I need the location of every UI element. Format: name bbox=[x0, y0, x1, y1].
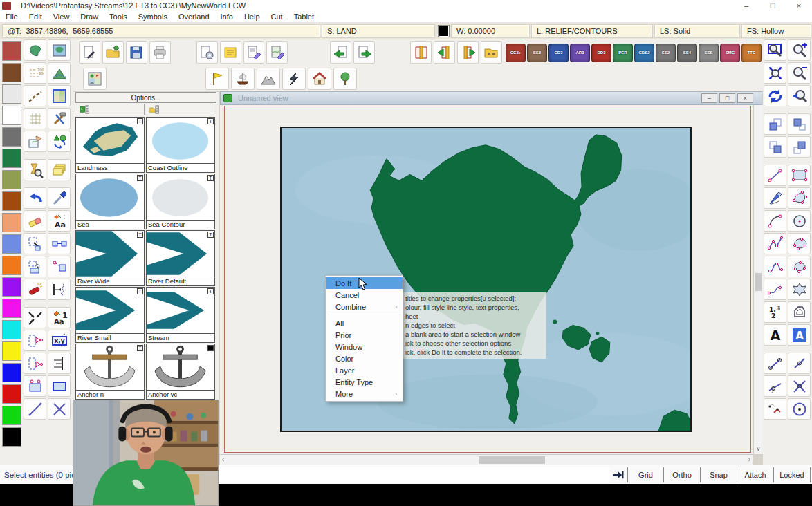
layer-indicator[interactable]: L: RELIEF/CONTOURS bbox=[532, 25, 652, 37]
edit-map-notes[interactable] bbox=[266, 41, 288, 64]
catalog-cc3plus[interactable]: CC3+ bbox=[506, 44, 526, 62]
color-swatch-5[interactable] bbox=[2, 149, 21, 168]
restore-button[interactable]: □ bbox=[759, 0, 786, 11]
symbol-anchor-n[interactable]: TAnchor n bbox=[75, 344, 145, 400]
menu-info[interactable]: Info bbox=[215, 12, 239, 21]
command-input[interactable] bbox=[214, 467, 609, 482]
current-color-swatch[interactable] bbox=[439, 26, 449, 37]
color-swatch-17[interactable] bbox=[2, 406, 21, 425]
color-swatch-14[interactable] bbox=[2, 341, 21, 361]
catalog-ss2[interactable]: SS2 bbox=[656, 44, 676, 62]
landmass-tool[interactable] bbox=[24, 39, 46, 61]
context-item-window[interactable]: Window bbox=[326, 341, 403, 353]
horizontal-scrollbar[interactable]: ‹ › bbox=[220, 454, 753, 465]
color-swatch-12[interactable] bbox=[2, 299, 21, 318]
xy-tool[interactable]: x,y bbox=[48, 330, 71, 351]
symbol-swap-tool[interactable] bbox=[48, 131, 71, 152]
close-button[interactable]: × bbox=[786, 0, 812, 11]
map-window-tool[interactable] bbox=[48, 85, 71, 106]
order-front-tool[interactable] bbox=[764, 113, 786, 135]
symbol-stream[interactable]: TStream bbox=[146, 287, 215, 343]
context-item-entity-type[interactable]: Entity Type bbox=[326, 376, 403, 388]
symbol-river-wide[interactable]: TRiver Wide bbox=[75, 230, 145, 286]
symbol-corner-toggle[interactable]: T bbox=[137, 232, 143, 238]
catalog-ss3[interactable]: SS3 bbox=[527, 44, 547, 62]
catalog-ttc[interactable]: TTC bbox=[741, 44, 762, 62]
dynamite-tool[interactable] bbox=[24, 279, 46, 300]
insert-file[interactable] bbox=[330, 41, 351, 64]
explode-left-tool[interactable] bbox=[24, 330, 46, 351]
symbol-landmass[interactable]: TLandmass bbox=[75, 117, 145, 173]
color-swatch-1[interactable] bbox=[2, 63, 21, 82]
scroll-right-icon[interactable]: › bbox=[748, 456, 750, 463]
catalog-folder[interactable] bbox=[481, 41, 502, 64]
symbol-corner-toggle[interactable]: T bbox=[207, 288, 214, 294]
save-drawing[interactable] bbox=[126, 41, 147, 64]
view-restore-button[interactable]: □ bbox=[719, 93, 735, 103]
horizontal-scrollbar-thumb[interactable] bbox=[479, 456, 545, 464]
command-arrow-icon[interactable] bbox=[609, 467, 627, 482]
context-item-layer[interactable]: Layer bbox=[326, 364, 403, 376]
grid-tool[interactable] bbox=[24, 108, 46, 129]
toggle-grid[interactable]: Grid bbox=[627, 467, 664, 482]
catalog-per[interactable]: PER bbox=[613, 44, 633, 62]
minimize-button[interactable]: – bbox=[733, 0, 759, 11]
menu-symbols[interactable]: Symbols bbox=[133, 12, 173, 21]
star-tool[interactable] bbox=[788, 279, 811, 300]
toggle-snap[interactable]: Snap bbox=[701, 467, 737, 482]
catalog-ss4[interactable]: SS4 bbox=[677, 44, 697, 62]
undo-tool[interactable] bbox=[24, 187, 46, 209]
segment-tool[interactable] bbox=[764, 165, 786, 186]
text-selected-tool[interactable]: A bbox=[788, 324, 811, 346]
world-tool[interactable] bbox=[48, 39, 71, 61]
symbol-seacontour[interactable]: TSea Contour bbox=[146, 174, 215, 229]
midpoint-line-tool[interactable] bbox=[788, 353, 811, 374]
context-item-all[interactable]: All bbox=[326, 317, 403, 329]
symbol-anchor-vc[interactable]: Anchor vc bbox=[146, 344, 215, 400]
toggle-attach[interactable]: Attach bbox=[737, 467, 774, 482]
color-swatch-11[interactable] bbox=[2, 277, 21, 297]
catalog-ar3[interactable]: AR3 bbox=[570, 44, 590, 62]
symbol-count-tool[interactable]: Aa1 bbox=[48, 307, 71, 328]
print[interactable] bbox=[149, 41, 171, 64]
fill-style-indicator[interactable]: FS: Hollow bbox=[742, 25, 811, 37]
color-swatch-6[interactable] bbox=[2, 170, 21, 189]
menu-tools[interactable]: Tools bbox=[104, 12, 133, 21]
color-swatch-7[interactable] bbox=[2, 191, 21, 211]
color-swatch-9[interactable] bbox=[2, 234, 21, 254]
context-item-cancel[interactable]: Cancel bbox=[326, 289, 403, 301]
symbol-corner-toggle[interactable]: T bbox=[207, 118, 214, 124]
rect-pins-tool[interactable] bbox=[24, 375, 46, 397]
menu-overland[interactable]: Overland bbox=[173, 12, 215, 21]
edit-properties[interactable] bbox=[243, 41, 265, 64]
select-copy-tool[interactable] bbox=[24, 233, 46, 254]
hourglass-search-tool[interactable] bbox=[24, 159, 46, 180]
blob-tool[interactable] bbox=[788, 256, 811, 277]
color-swatch-15[interactable] bbox=[2, 363, 21, 382]
color-swatch-10[interactable] bbox=[2, 256, 21, 275]
text-notes[interactable] bbox=[220, 41, 241, 64]
symbol-corner-toggle[interactable]: T bbox=[137, 345, 143, 351]
toggle-ortho[interactable]: Ortho bbox=[664, 467, 701, 482]
order-back-tool[interactable] bbox=[788, 113, 811, 135]
spline-tool[interactable] bbox=[764, 256, 786, 277]
squiggle-tool[interactable] bbox=[764, 279, 786, 300]
context-item-combine[interactable]: Combine› bbox=[326, 301, 403, 312]
contours-tool[interactable]: 700800 bbox=[24, 62, 46, 84]
dashed-path-tool[interactable] bbox=[24, 85, 46, 106]
scroll-left-icon[interactable]: ‹ bbox=[222, 456, 224, 463]
catalog-grid[interactable] bbox=[83, 68, 107, 90]
flag-symbol[interactable] bbox=[205, 68, 229, 90]
view-window-titlebar[interactable]: Unnamed view – □ × bbox=[220, 91, 762, 105]
cross-tool[interactable] bbox=[48, 398, 71, 420]
catalog-next[interactable] bbox=[457, 41, 479, 64]
copy-tool[interactable] bbox=[24, 256, 46, 277]
catalog-cd3[interactable]: CD3 bbox=[548, 44, 569, 62]
break-tool[interactable] bbox=[48, 279, 71, 300]
zoom-window-tool[interactable] bbox=[764, 39, 786, 61]
catalog-prev[interactable] bbox=[434, 41, 455, 64]
menu-edit[interactable]: Edit bbox=[24, 12, 48, 21]
context-item-more[interactable]: More› bbox=[326, 388, 403, 400]
zoom-out-tool[interactable] bbox=[788, 62, 811, 84]
sheets-tool[interactable] bbox=[48, 159, 71, 180]
